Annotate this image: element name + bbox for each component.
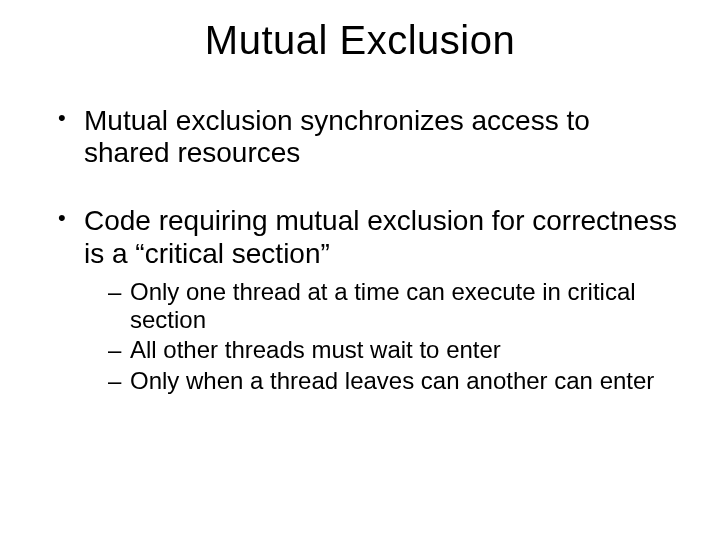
sub-text: All other threads must wait to enter <box>130 336 501 363</box>
slide: Mutual Exclusion Mutual exclusion synchr… <box>0 0 720 540</box>
sub-text: Only one thread at a time can execute in… <box>130 278 636 333</box>
sub-list: Only one thread at a time can execute in… <box>84 278 680 395</box>
sub-item: All other threads must wait to enter <box>108 336 680 364</box>
bullet-text: Code requiring mutual exclusion for corr… <box>84 205 677 268</box>
sub-item: Only when a thread leaves can another ca… <box>108 367 680 395</box>
bullet-item: Code requiring mutual exclusion for corr… <box>58 205 680 395</box>
slide-title: Mutual Exclusion <box>40 18 680 63</box>
sub-item: Only one thread at a time can execute in… <box>108 278 680 335</box>
sub-text: Only when a thread leaves can another ca… <box>130 367 654 394</box>
bullet-item: Mutual exclusion synchronizes access to … <box>58 105 680 169</box>
bullet-list: Mutual exclusion synchronizes access to … <box>40 105 680 395</box>
bullet-text: Mutual exclusion synchronizes access to … <box>84 105 590 168</box>
